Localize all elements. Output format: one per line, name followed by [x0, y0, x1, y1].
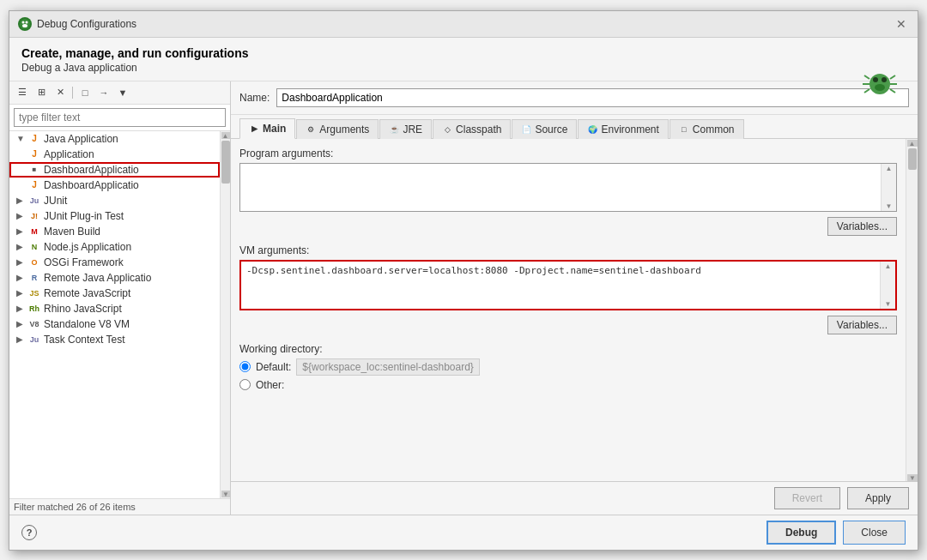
dashboard2-icon: J: [28, 179, 40, 191]
expand-icon-rhino: ▶: [16, 304, 25, 313]
prog-scroll-up[interactable]: ▲: [886, 165, 893, 172]
tree-label-junit: JUnit: [44, 195, 67, 207]
tab-arguments[interactable]: ⚙ Arguments: [296, 119, 379, 139]
tab-arguments-label: Arguments: [319, 123, 369, 135]
vm-args-variables-row: Variables...: [239, 316, 897, 334]
vm-scroll-down[interactable]: ▼: [885, 300, 892, 308]
vm-args-wrapper: -Dcsp.sentinel.dashboard.server=localhos…: [239, 260, 897, 310]
scroll-up-arrow[interactable]: ▲: [221, 132, 230, 139]
tree-label-remote-java: Remote Java Applicatio: [44, 272, 151, 284]
apply-button[interactable]: Apply: [847, 487, 909, 509]
tree-item-junit[interactable]: ▶ Ju JUnit: [9, 193, 220, 208]
tree-label-nodejs: Node.js Application: [44, 241, 131, 253]
tab-common[interactable]: □ Common: [670, 119, 744, 139]
tab-main[interactable]: ▶ Main: [239, 118, 295, 139]
svg-line-13: [890, 89, 895, 93]
bottom-bar: Revert Apply: [231, 481, 918, 515]
tree-item-rhino[interactable]: ▶ Rh Rhino JavaScript: [9, 301, 220, 316]
left-panel: ☰ ⊞ ✕ □ → ▼ ▼ J Java Applicatio: [9, 81, 231, 515]
tree-item-osgi[interactable]: ▶ O OSGi Framework: [9, 255, 220, 270]
default-radio[interactable]: [239, 361, 251, 372]
tree-item-dashboard2[interactable]: J DashboardApplicatio: [9, 178, 220, 193]
svg-line-10: [864, 89, 869, 93]
name-input[interactable]: [276, 88, 909, 107]
duplicate-button[interactable]: ⊞: [33, 84, 50, 101]
scroll-thumb[interactable]: [221, 141, 230, 184]
expand-icon-maven: ▶: [16, 226, 25, 236]
prog-scroll-down[interactable]: ▼: [886, 202, 893, 210]
program-args-label: Program arguments:: [239, 148, 897, 160]
vm-scroll-up[interactable]: ▲: [885, 262, 892, 270]
tree-item-nodejs[interactable]: ▶ N Node.js Application: [9, 239, 220, 255]
tree-item-java-application[interactable]: ▼ J Java Application: [9, 131, 220, 147]
tree-label-rhino: Rhino JavaScript: [44, 303, 122, 315]
program-args-variables-button[interactable]: Variables...: [827, 217, 897, 236]
tree-item-remote-js[interactable]: ▶ JS Remote JavaScript: [9, 286, 220, 301]
vm-args-variables-button[interactable]: Variables...: [827, 316, 897, 334]
tree-label-dashboard-selected: DashboardApplicatio: [44, 164, 139, 176]
debug-button[interactable]: Debug: [766, 521, 836, 545]
config-scrollbar[interactable]: ▲ ▼: [906, 139, 918, 481]
footer-bar: ? Debug Close: [9, 515, 918, 550]
tree-label-task-context: Task Context Test: [44, 334, 125, 346]
tree-item-junit-plugin[interactable]: ▶ J! JUnit Plug-in Test: [9, 208, 220, 224]
tree-item-dashboard-selected[interactable]: ■ DashboardApplicatio: [9, 162, 220, 178]
tab-classpath-icon: ◇: [442, 124, 452, 135]
header-title: Create, manage, and run configurations: [21, 46, 906, 60]
vm-args-scrollbar[interactable]: ▲ ▼: [880, 262, 895, 309]
expand-button[interactable]: ▼: [114, 84, 131, 101]
new-config-button[interactable]: ☰: [14, 84, 31, 101]
tree-item-maven[interactable]: ▶ M Maven Build: [9, 224, 220, 239]
tree-item-application[interactable]: J Application: [9, 147, 220, 162]
revert-button[interactable]: Revert: [774, 487, 840, 509]
tab-source[interactable]: 📄 Source: [512, 119, 577, 139]
expand-icon-remote-java: ▶: [16, 273, 25, 282]
tree-item-remote-java[interactable]: ▶ R Remote Java Applicatio: [9, 270, 220, 286]
tab-jre[interactable]: ☕ JRE: [379, 119, 432, 139]
working-dir-section: Working directory: Default: ${workspace_…: [239, 343, 897, 391]
vm-args-input[interactable]: -Dcsp.sentinel.dashboard.server=localhos…: [241, 262, 878, 306]
name-row: Name:: [231, 81, 918, 115]
tree-item-standalone[interactable]: ▶ V8 Standalone V8 VM: [9, 316, 220, 332]
dialog-title: Debug Configurations: [37, 18, 136, 30]
tree-area: ▼ J Java Application J Application ■ Das…: [9, 131, 220, 498]
tab-classpath[interactable]: ◇ Classpath: [433, 119, 511, 139]
tree-label-dashboard2: DashboardApplicatio: [44, 179, 139, 191]
debug-configurations-dialog: Debug Configurations ✕ Create, manage, a…: [9, 10, 918, 551]
tree-label-junit-plugin: JUnit Plug-in Test: [44, 210, 124, 222]
program-args-input[interactable]: [240, 164, 879, 208]
footer-buttons: Debug Close: [766, 521, 906, 545]
tab-common-icon: □: [679, 124, 689, 135]
tab-environment[interactable]: 🌍 Environment: [578, 119, 668, 139]
remote-js-icon: JS: [28, 287, 40, 299]
osgi-icon: O: [28, 256, 40, 268]
tab-arguments-icon: ⚙: [306, 124, 316, 135]
config-scroll-thumb[interactable]: [908, 148, 917, 170]
filter-button[interactable]: □: [76, 84, 94, 101]
scroll-down-arrow[interactable]: ▼: [221, 491, 230, 497]
other-radio[interactable]: [239, 379, 251, 390]
tree-scrollbar[interactable]: ▲ ▼: [220, 131, 230, 498]
filter-box: [9, 105, 230, 131]
working-dir-label: Working directory:: [239, 343, 897, 355]
svg-point-7: [875, 84, 885, 91]
tree-label-maven: Maven Build: [44, 226, 100, 238]
expand-icon-java: ▼: [16, 134, 25, 143]
tree-item-task-context[interactable]: ▶ Ju Task Context Test: [9, 332, 220, 347]
expand-icon-nodejs: ▶: [16, 242, 25, 251]
sort-button[interactable]: →: [95, 84, 112, 101]
other-radio-row: Other:: [239, 379, 897, 391]
delete-button[interactable]: ✕: [52, 84, 69, 101]
bug-icon: [859, 63, 900, 105]
close-footer-button[interactable]: Close: [843, 521, 906, 545]
config-scroll-up[interactable]: ▲: [907, 140, 918, 147]
expand-icon-remote-js: ▶: [16, 288, 25, 298]
filter-input[interactable]: [14, 108, 226, 127]
program-args-scrollbar[interactable]: ▲ ▼: [881, 164, 896, 211]
tree-label-java-application: Java Application: [44, 133, 118, 145]
config-scroll-down[interactable]: ▼: [907, 474, 918, 481]
close-title-button[interactable]: ✕: [894, 16, 909, 32]
vm-args-label: VM arguments:: [239, 244, 897, 256]
help-button[interactable]: ?: [21, 525, 37, 540]
title-bar-left: Debug Configurations: [18, 17, 136, 31]
